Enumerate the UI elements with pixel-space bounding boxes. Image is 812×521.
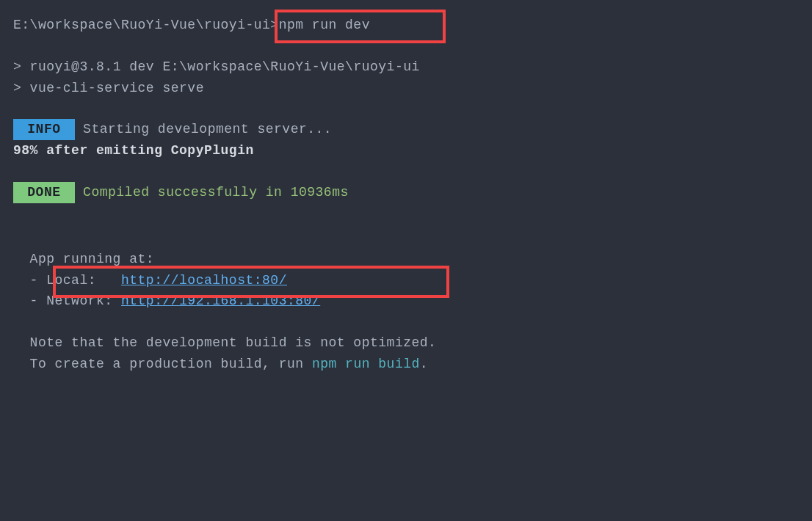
done-line: DONE Compiled successfully in 10936ms — [13, 182, 799, 203]
note-line-2: To create a production build, run npm ru… — [13, 354, 799, 375]
info-badge: INFO — [13, 119, 75, 140]
network-url-link[interactable]: http://192.168.1.103:80/ — [121, 294, 320, 308]
network-line: - Network: http://192.168.1.103:80/ — [13, 291, 799, 312]
prompt-path: E:\workspace\RuoYi-Vue\ruoyi-ui> — [13, 18, 279, 32]
local-url-link[interactable]: http://localhost:80/ — [121, 273, 287, 288]
command-text: npm run dev — [279, 18, 370, 32]
progress-line: 98% after emitting CopyPlugin — [13, 140, 799, 161]
npm-run-build-text: npm run build — [312, 357, 420, 371]
done-text: Compiled successfully in 10936ms — [75, 185, 349, 200]
output-pkg-line: > ruoyi@3.8.1 dev E:\workspace\RuoYi-Vue… — [13, 57, 799, 78]
prompt-line: E:\workspace\RuoYi-Vue\ruoyi-ui>npm run … — [13, 15, 799, 36]
app-running-line: App running at: — [13, 249, 799, 270]
note-line-1: Note that the development build is not o… — [13, 332, 799, 354]
done-badge: DONE — [13, 182, 75, 203]
output-serve-line: > vue-cli-service serve — [13, 78, 799, 99]
info-line: INFO Starting development server... — [13, 119, 799, 140]
info-text: Starting development server... — [75, 122, 332, 136]
local-line: - Local: http://localhost:80/ — [13, 270, 799, 291]
